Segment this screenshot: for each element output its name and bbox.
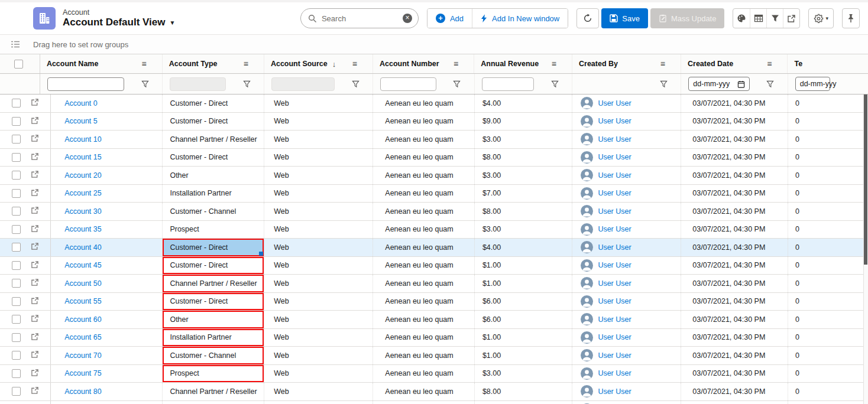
- open-record-button[interactable]: [31, 188, 39, 198]
- column-menu-icon[interactable]: ≡: [552, 59, 556, 69]
- select-all-checkbox[interactable]: [14, 60, 23, 69]
- account-type-cell[interactable]: [163, 401, 264, 404]
- created-by-link[interactable]: User User: [598, 387, 631, 396]
- text-cell[interactable]: 0: [788, 167, 868, 184]
- text-cell[interactable]: 0: [788, 239, 868, 256]
- account-number-cell[interactable]: Aenean eu leo quam: [373, 365, 475, 383]
- filter-funnel-button[interactable]: [547, 80, 562, 88]
- account-source-cell[interactable]: Web: [264, 221, 373, 239]
- created-by-link[interactable]: User User: [598, 171, 631, 180]
- filter-funnel-button[interactable]: [137, 80, 153, 88]
- pin-button[interactable]: [842, 8, 860, 28]
- created-by-link[interactable]: User User: [598, 225, 631, 233]
- annual-revenue-cell[interactable]: $4.00: [475, 95, 572, 112]
- add-button[interactable]: + Add: [427, 9, 472, 28]
- account-type-cell[interactable]: Prospect: [163, 221, 264, 239]
- open-record-button[interactable]: [31, 333, 39, 343]
- col-header-account-type[interactable]: Account Type ≡: [163, 54, 264, 73]
- filter-account-number-input[interactable]: [380, 77, 436, 91]
- text-cell[interactable]: 0: [788, 311, 868, 328]
- account-type-cell[interactable]: Other: [163, 167, 264, 184]
- fill-handle[interactable]: [259, 252, 263, 256]
- created-date-cell[interactable]: 03/07/2021, 04:30 PM: [681, 131, 788, 148]
- account-name-cell[interactable]: Account 30: [51, 203, 163, 220]
- account-link[interactable]: Account 30: [64, 207, 102, 216]
- open-record-button[interactable]: [31, 98, 39, 108]
- account-source-cell[interactable]: [264, 401, 373, 404]
- account-link[interactable]: Account 5: [64, 117, 98, 125]
- row-checkbox[interactable]: [12, 333, 21, 342]
- save-button[interactable]: Save: [601, 8, 648, 28]
- filter-button[interactable]: [766, 9, 783, 28]
- created-date-cell[interactable]: 03/07/2021, 04:30 PM: [681, 293, 788, 311]
- account-number-cell[interactable]: Aenean eu leo quam: [373, 239, 475, 256]
- created-by-cell[interactable]: User User: [572, 185, 681, 203]
- annual-revenue-cell[interactable]: $8.00: [475, 149, 572, 167]
- account-type-cell[interactable]: Customer - Channel: [163, 347, 264, 364]
- created-by-link[interactable]: User User: [598, 315, 631, 324]
- filter-text-input[interactable]: dd-mm-yyy: [795, 77, 830, 91]
- open-record-button[interactable]: [31, 260, 39, 271]
- row-checkbox[interactable]: [12, 171, 21, 180]
- column-menu-icon[interactable]: ≡: [767, 59, 772, 69]
- row-checkbox[interactable]: [12, 297, 21, 306]
- refresh-button[interactable]: [576, 8, 599, 28]
- row-checkbox[interactable]: [12, 99, 21, 107]
- annual-revenue-cell[interactable]: $3.00: [475, 131, 572, 148]
- account-type-cell[interactable]: Customer - Direct: [163, 257, 264, 275]
- search-box[interactable]: Search ×: [300, 8, 419, 28]
- text-cell[interactable]: 0: [788, 113, 868, 131]
- created-by-link[interactable]: User User: [598, 99, 631, 107]
- open-record-button[interactable]: [31, 170, 39, 180]
- account-link[interactable]: Account 55: [64, 297, 102, 305]
- created-by-cell[interactable]: User User: [572, 383, 681, 400]
- account-link[interactable]: Account 25: [64, 189, 102, 197]
- account-name-cell[interactable]: Account 75: [51, 365, 163, 383]
- column-menu-icon[interactable]: ≡: [244, 59, 248, 69]
- row-checkbox[interactable]: [12, 369, 21, 378]
- open-external-button[interactable]: [783, 9, 799, 28]
- filter-funnel-button[interactable]: [348, 80, 363, 88]
- account-name-cell[interactable]: Account 0: [51, 95, 163, 112]
- annual-revenue-cell[interactable]: $8.00: [475, 383, 572, 400]
- col-header-created-date[interactable]: Created Date ≡: [681, 54, 788, 73]
- filter-funnel-button[interactable]: [239, 80, 254, 88]
- annual-revenue-cell[interactable]: $3.00: [475, 167, 572, 184]
- account-source-cell[interactable]: Web: [264, 365, 373, 383]
- account-name-cell[interactable]: Account 10: [51, 131, 163, 148]
- row-checkbox[interactable]: [12, 351, 21, 360]
- text-cell[interactable]: [788, 401, 868, 404]
- filter-account-name-input[interactable]: [47, 77, 124, 91]
- search-input[interactable]: Search: [322, 14, 398, 23]
- account-link[interactable]: Account 80: [64, 387, 102, 396]
- account-name-cell[interactable]: Account 5: [51, 113, 163, 131]
- account-number-cell[interactable]: Aenean eu leo quam: [373, 275, 475, 292]
- created-date-cell[interactable]: 03/07/2021, 04:30 PM: [681, 167, 788, 184]
- created-by-link[interactable]: User User: [598, 189, 631, 197]
- created-date-cell[interactable]: 03/07/2021, 04:30 PM: [681, 311, 788, 328]
- account-name-cell[interactable]: Account 25: [51, 185, 163, 203]
- account-link[interactable]: Account 10: [64, 135, 102, 144]
- created-by-cell[interactable]: User User: [572, 401, 681, 404]
- created-date-cell[interactable]: 03/07/2021, 04:30 PM: [681, 347, 788, 364]
- account-source-cell[interactable]: Web: [264, 257, 373, 275]
- annual-revenue-cell[interactable]: $1.00: [475, 329, 572, 347]
- created-by-cell[interactable]: User User: [572, 203, 681, 220]
- filter-created-date-input[interactable]: dd-mm-yyy: [688, 77, 749, 91]
- row-group-panel[interactable]: Drag here to set row groups: [0, 34, 868, 54]
- account-name-cell[interactable]: Account 85: [51, 401, 163, 404]
- account-name-cell[interactable]: Account 70: [51, 347, 163, 364]
- created-by-cell[interactable]: User User: [572, 293, 681, 311]
- text-cell[interactable]: 0: [788, 293, 868, 311]
- open-record-button[interactable]: [31, 369, 39, 379]
- account-name-cell[interactable]: Account 55: [51, 293, 163, 311]
- annual-revenue-cell[interactable]: $6.00: [475, 311, 572, 328]
- account-type-cell[interactable]: Installation Partner: [163, 329, 264, 347]
- created-by-cell[interactable]: User User: [572, 149, 681, 167]
- col-header-account-number[interactable]: Account Number ≡: [373, 54, 474, 73]
- column-menu-icon[interactable]: ≡: [142, 59, 147, 69]
- open-record-button[interactable]: [31, 242, 39, 252]
- text-cell[interactable]: 0: [788, 257, 868, 275]
- text-cell[interactable]: 0: [788, 185, 868, 203]
- account-link[interactable]: Account 50: [64, 279, 102, 288]
